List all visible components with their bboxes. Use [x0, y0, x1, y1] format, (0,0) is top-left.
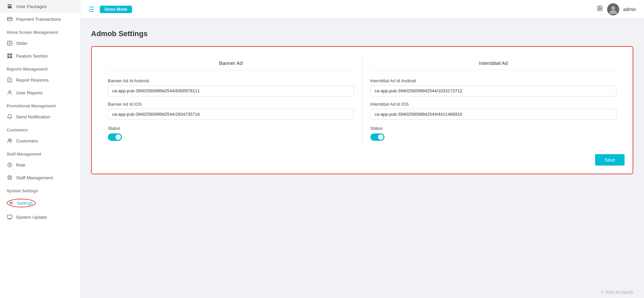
section-staff: Staff Management: [0, 147, 80, 159]
avatar: [607, 3, 619, 15]
sidebar-label-feature-section: Feature Section: [16, 54, 48, 59]
sidebar-item-customers[interactable]: Customers: [0, 134, 80, 147]
slider-icon: [7, 40, 13, 46]
footer-text: © 2024 JeClassify: [601, 290, 633, 295]
save-row: Save: [100, 154, 625, 166]
svg-point-13: [9, 91, 11, 93]
interstitial-ios-label: Interstitial Ad Id IOS: [370, 102, 617, 107]
sidebar-item-system-update[interactable]: System Update: [0, 211, 80, 223]
sidebar-item-role[interactable]: Role: [0, 159, 80, 171]
sidebar-item-feature-section[interactable]: Feature Section: [0, 49, 80, 62]
banner-ad-column: Banner Ad Banner Ad Id Android Banner Ad…: [100, 55, 362, 146]
interstitial-ios-input[interactable]: [370, 109, 617, 120]
svg-point-18: [8, 176, 12, 180]
banner-status-label: Status: [108, 126, 354, 131]
admin-name: admin: [623, 7, 636, 12]
staff-management-icon: [7, 175, 13, 181]
svg-rect-0: [8, 4, 12, 5]
page-title: Admob Settings: [91, 29, 633, 38]
svg-rect-24: [600, 6, 602, 8]
svg-rect-23: [597, 6, 599, 8]
sidebar-item-send-notification[interactable]: Send Notification: [0, 110, 80, 123]
interstitial-status-label: Status: [370, 126, 617, 131]
svg-rect-26: [600, 9, 602, 11]
sidebar-item-report-reasons[interactable]: Report Reasons: [0, 74, 80, 86]
svg-rect-8: [10, 54, 12, 56]
banner-ios-input[interactable]: [108, 109, 354, 120]
main-area: ☰ Demo Mode admin Admob Settings Banner …: [80, 0, 644, 298]
report-reasons-icon: [7, 77, 13, 83]
hamburger-icon[interactable]: ☰: [88, 5, 94, 13]
svg-rect-10: [10, 56, 12, 58]
banner-ios-label: Banner Ad Id IOS: [108, 102, 354, 107]
banner-toggle-slider: [108, 133, 122, 141]
svg-rect-20: [7, 215, 12, 218]
customers-icon: [7, 138, 13, 144]
notifications-icon[interactable]: [596, 5, 603, 13]
sidebar-label-system-update: System Update: [16, 215, 47, 220]
header-right: admin: [596, 3, 636, 15]
content-area: Admob Settings Banner Ad Banner Ad Id An…: [80, 19, 644, 287]
settings-icon: [8, 200, 14, 206]
sidebar-label-role: Role: [16, 163, 25, 168]
settings-grid: Banner Ad Banner Ad Id Android Banner Ad…: [100, 55, 625, 146]
sidebar-item-user-packages[interactable]: User Packages: [0, 0, 80, 13]
banner-status-toggle[interactable]: [108, 133, 122, 141]
svg-rect-25: [597, 9, 599, 11]
feature-section-icon: [7, 53, 13, 59]
settings-card: Banner Ad Banner Ad Id Android Banner Ad…: [91, 46, 633, 174]
sidebar-item-staff-management[interactable]: Staff Management: [0, 171, 80, 184]
active-settings-highlight: Settings: [7, 199, 36, 207]
banner-ad-title: Banner Ad: [108, 60, 354, 70]
interstitial-android-input[interactable]: [370, 85, 617, 96]
sidebar-label-user-packages: User Packages: [16, 4, 47, 9]
sidebar-label-user-reports: User Reports: [16, 90, 43, 95]
section-home-screen: Home Screen Management: [0, 25, 80, 37]
section-promotional: Promotional Management: [0, 99, 80, 110]
user-reports-icon: [7, 90, 13, 96]
svg-rect-9: [7, 56, 9, 58]
sidebar: User Packages Payment Transactions Home …: [0, 0, 80, 298]
svg-point-14: [8, 139, 10, 141]
section-reports: Reports Management: [0, 62, 80, 74]
system-update-icon: [7, 214, 13, 220]
interstitial-ad-title: Interstitial Ad: [370, 60, 617, 70]
sidebar-label-settings: Settings: [17, 201, 33, 206]
interstitial-android-label: Interstitial Ad Id Android: [370, 78, 617, 83]
interstitial-toggle-slider: [370, 133, 384, 141]
sidebar-item-slider[interactable]: Slider: [0, 37, 80, 49]
svg-point-17: [9, 177, 11, 179]
notification-icon: [7, 114, 13, 120]
sidebar-label-send-notification: Send Notification: [16, 114, 50, 119]
interstitial-ad-column: Interstitial Ad Interstitial Ad Id Andro…: [362, 55, 625, 146]
footer: © 2024 JeClassify: [80, 287, 644, 298]
banner-android-input[interactable]: [108, 85, 354, 96]
role-icon: [7, 162, 13, 168]
section-customers: Customers: [0, 123, 80, 134]
sidebar-item-user-reports[interactable]: User Reports: [0, 86, 80, 99]
svg-point-19: [10, 202, 12, 204]
svg-point-28: [611, 6, 615, 10]
sidebar-label-report-reasons: Report Reasons: [16, 78, 49, 83]
svg-point-15: [10, 139, 11, 140]
save-button[interactable]: Save: [595, 154, 625, 166]
user-packages-icon: [7, 3, 13, 9]
svg-rect-1: [8, 6, 12, 8]
payment-icon: [7, 16, 13, 22]
svg-rect-7: [7, 54, 9, 56]
header: ☰ Demo Mode admin: [80, 0, 644, 19]
sidebar-item-settings[interactable]: Settings: [0, 195, 80, 211]
interstitial-status-toggle[interactable]: [370, 133, 384, 141]
sidebar-label-slider: Slider: [16, 41, 28, 46]
sidebar-label-staff-management: Staff Management: [16, 175, 53, 180]
demo-mode-badge: Demo Mode: [100, 6, 132, 13]
svg-rect-3: [7, 18, 12, 19]
sidebar-label-customers: Customers: [16, 138, 38, 143]
banner-android-label: Banner Ad Id Android: [108, 78, 354, 83]
sidebar-item-payment-transactions[interactable]: Payment Transactions: [0, 13, 80, 25]
header-left: ☰ Demo Mode: [88, 5, 132, 13]
section-system-settings: System Settings: [0, 184, 80, 195]
sidebar-label-payment-transactions: Payment Transactions: [16, 17, 61, 22]
